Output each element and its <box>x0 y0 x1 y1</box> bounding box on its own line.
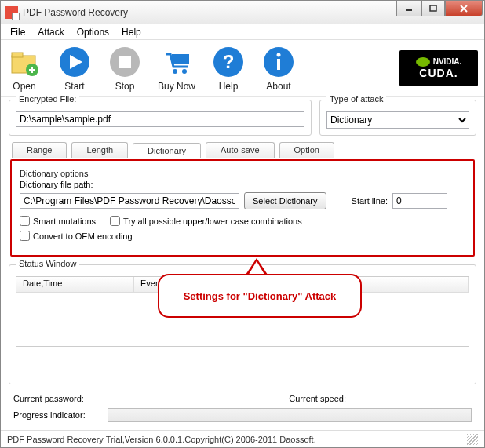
smart-mutations-label: Smart mutations <box>33 217 96 226</box>
try-cases-label: Try all possible upper/lower case combin… <box>123 217 302 226</box>
app-icon <box>5 6 18 19</box>
nvidia-eye-icon <box>416 57 430 67</box>
open-button[interactable]: Open <box>7 45 42 92</box>
svg-point-15 <box>182 69 187 74</box>
start-line-label: Start line: <box>352 196 388 206</box>
tab-option[interactable]: Option <box>279 142 334 158</box>
oem-checkbox[interactable]: Convert to OEM encoding <box>20 231 465 241</box>
svg-point-14 <box>173 69 177 74</box>
dictionary-path-label: Dictionary file path: <box>20 180 465 189</box>
smart-mutations-checkbox[interactable]: Smart mutations <box>20 216 96 226</box>
open-label: Open <box>13 81 35 92</box>
info-icon <box>261 45 296 79</box>
dictionary-options-group: Dictionary options Dictionary file path:… <box>10 159 475 257</box>
try-cases-input[interactable] <box>110 216 120 226</box>
encrypted-file-group: Encrypted File: <box>9 100 312 136</box>
tab-autosave[interactable]: Auto-save <box>206 142 275 158</box>
svg-text:?: ? <box>223 51 235 72</box>
toolbar: Open Start Stop Buy Now ? Help About NVI… <box>1 40 484 97</box>
tabs: Range Length Dictionary Auto-save Option <box>9 140 476 158</box>
callout-annotation: Settings for "Dictionary" Attack <box>158 274 362 318</box>
svg-rect-1 <box>430 5 436 11</box>
nvidia-label: NVIDIA. <box>433 57 462 66</box>
attack-type-select[interactable]: Dictionary <box>326 111 469 129</box>
stop-label: Stop <box>115 81 135 92</box>
content-area: Encrypted File: Type of attack Dictionar… <box>1 97 484 430</box>
attack-type-legend: Type of attack <box>326 94 386 104</box>
svg-rect-13 <box>172 54 189 64</box>
help-icon: ? <box>211 45 246 79</box>
close-button[interactable] <box>445 1 483 16</box>
menu-help[interactable]: Help <box>115 25 148 39</box>
smart-mutations-input[interactable] <box>20 216 30 226</box>
about-button[interactable]: About <box>261 45 296 92</box>
cart-icon <box>159 45 194 79</box>
svg-rect-12 <box>119 56 131 68</box>
window-title: PDF Password Recovery <box>23 7 396 18</box>
status-window-legend: Status Window <box>16 259 79 268</box>
buy-now-button[interactable]: Buy Now <box>158 45 195 92</box>
window-buttons <box>396 1 484 24</box>
menu-file[interactable]: File <box>4 25 31 39</box>
cuda-label: CUDA. <box>419 67 458 79</box>
progress-indicator-label: Progress indicator: <box>13 410 100 420</box>
menu-options[interactable]: Options <box>71 25 115 39</box>
encrypted-file-legend: Encrypted File: <box>16 94 79 104</box>
try-cases-checkbox[interactable]: Try all possible upper/lower case combin… <box>110 216 302 226</box>
encrypted-file-input[interactable] <box>16 111 304 127</box>
buynow-label: Buy Now <box>158 81 195 92</box>
dictionary-path-input[interactable] <box>20 193 239 209</box>
minimize-button[interactable] <box>396 1 421 16</box>
start-button[interactable]: Start <box>57 45 92 92</box>
status-col-datetime[interactable]: Date,Time <box>16 277 134 292</box>
statusbar-text: PDF Password Recovery Trial,Version 6.0.… <box>7 435 316 444</box>
menubar: File Attack Options Help <box>1 24 484 40</box>
menu-attack[interactable]: Attack <box>31 25 70 39</box>
maximize-button[interactable] <box>421 1 445 16</box>
svg-rect-20 <box>277 59 280 70</box>
attack-type-group: Type of attack Dictionary <box>319 100 476 136</box>
current-password-label: Current password: <box>13 394 100 403</box>
stop-button[interactable]: Stop <box>108 45 142 92</box>
tab-length[interactable]: Length <box>71 142 128 158</box>
statusbar: PDF Password Recovery Trial,Version 6.0.… <box>1 430 484 447</box>
folder-open-icon <box>7 45 42 79</box>
start-label: Start <box>64 81 84 92</box>
oem-input[interactable] <box>20 231 30 241</box>
play-icon <box>57 45 92 79</box>
help-label: Help <box>219 81 239 92</box>
about-label: About <box>266 81 290 92</box>
resize-grip-icon[interactable] <box>467 434 478 445</box>
titlebar: PDF Password Recovery <box>1 1 484 24</box>
dictionary-options-legend: Dictionary options <box>20 169 465 178</box>
svg-rect-5 <box>12 53 23 57</box>
cuda-badge: NVIDIA. CUDA. <box>399 50 478 86</box>
oem-label: Convert to OEM encoding <box>33 231 133 241</box>
tab-dictionary[interactable]: Dictionary <box>133 143 201 158</box>
help-button[interactable]: ? Help <box>211 45 246 92</box>
svg-point-19 <box>277 53 281 56</box>
start-line-input[interactable] <box>392 193 447 209</box>
progress-bar <box>108 408 472 422</box>
select-dictionary-button[interactable]: Select Dictionary <box>244 192 326 209</box>
stop-icon <box>108 45 142 79</box>
tab-range[interactable]: Range <box>12 142 67 158</box>
current-speed-label: Current speed: <box>289 394 359 403</box>
